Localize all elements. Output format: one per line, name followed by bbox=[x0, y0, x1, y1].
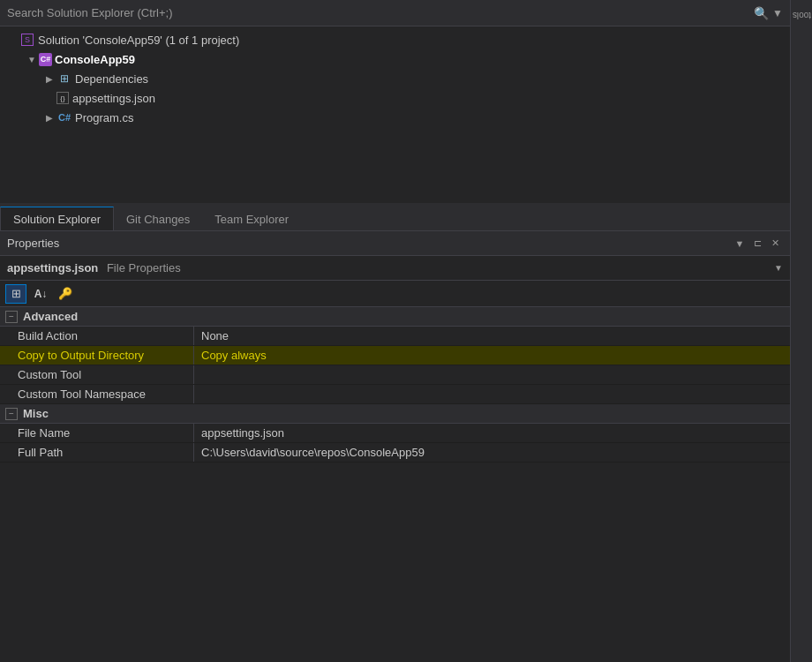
properties-panel: Properties ▼ ⊏ ✕ appsettings.json File P… bbox=[0, 231, 790, 662]
prop-name-custom-tool-ns: Custom Tool Namespace bbox=[0, 385, 194, 403]
tree-item-appsettings[interactable]: {} appsettings.json bbox=[0, 88, 790, 108]
prop-row-build-action[interactable]: Build Action None bbox=[0, 327, 790, 346]
prop-value-custom-tool bbox=[194, 365, 790, 384]
solution-label: Solution 'ConsoleApp59' (1 of 1 project) bbox=[38, 34, 239, 47]
properties-grid: − Advanced Build Action None Copy to Out… bbox=[0, 307, 790, 662]
tab-bar: Solution Explorer Git Changes Team Explo… bbox=[0, 203, 790, 231]
prop-name-file-name: File Name bbox=[0, 424, 194, 442]
prop-value-file-name: appsettings.json bbox=[194, 424, 790, 442]
expand-advanced: − bbox=[5, 311, 18, 323]
search-icons: 🔍 ▼ bbox=[754, 6, 783, 20]
expand-project[interactable] bbox=[25, 52, 39, 66]
sort-button[interactable]: A↓ bbox=[30, 284, 51, 304]
more-options-icon[interactable]: ▼ bbox=[772, 7, 783, 19]
main-panel: Search Solution Explorer (Ctrl+;) 🔍 ▼ S … bbox=[0, 0, 790, 662]
csharp-icon: C# bbox=[39, 53, 52, 66]
prop-row-custom-tool[interactable]: Custom Tool bbox=[0, 365, 790, 385]
search-bar: Search Solution Explorer (Ctrl+;) 🔍 ▼ bbox=[0, 0, 790, 26]
dock-button[interactable]: ⊏ bbox=[749, 236, 765, 252]
sort-icon: A↓ bbox=[34, 288, 48, 300]
tree-item-solution[interactable]: S Solution 'ConsoleApp59' (1 of 1 projec… bbox=[0, 30, 790, 49]
expand-misc: − bbox=[5, 408, 18, 420]
deps-icon: ⊞ bbox=[56, 71, 72, 87]
program-label: Program.cs bbox=[75, 111, 133, 124]
deps-label: Dependencies bbox=[75, 72, 148, 86]
prop-value-copy-output: Copy always bbox=[194, 346, 790, 365]
properties-key-button[interactable]: 🔑 bbox=[55, 284, 76, 304]
expand-deps[interactable] bbox=[42, 71, 56, 86]
close-button[interactable]: ✕ bbox=[767, 236, 783, 252]
prop-value-full-path: C:\Users\david\source\repos\ConsoleApp59 bbox=[194, 443, 790, 462]
properties-title: Properties bbox=[7, 237, 59, 250]
key-icon: 🔑 bbox=[58, 287, 72, 300]
prop-row-full-path[interactable]: Full Path C:\Users\david\source\repos\Co… bbox=[0, 443, 790, 463]
file-type: File Properties bbox=[107, 261, 181, 275]
prop-row-copy-output[interactable]: Copy to Output Directory Copy always bbox=[0, 346, 790, 365]
file-name: appsettings.json bbox=[7, 261, 98, 275]
advanced-label: Advanced bbox=[23, 310, 78, 323]
prop-row-file-name[interactable]: File Name appsettings.json bbox=[0, 424, 790, 443]
expand-program[interactable] bbox=[42, 110, 56, 124]
tree-item-project[interactable]: C# ConsoleApp59 bbox=[0, 49, 790, 69]
prop-value-build-action: None bbox=[194, 327, 790, 345]
project-label: ConsoleApp59 bbox=[55, 53, 135, 66]
prop-name-full-path: Full Path bbox=[0, 443, 194, 462]
json-icon: {} bbox=[56, 92, 69, 104]
prop-row-custom-tool-ns[interactable]: Custom Tool Namespace bbox=[0, 385, 790, 404]
tree-item-dependencies[interactable]: ⊞ Dependencies bbox=[0, 69, 790, 88]
pin-button[interactable]: ▼ bbox=[732, 236, 748, 252]
side-toolbar: tools bbox=[790, 0, 812, 662]
categorized-button[interactable]: ⊞ bbox=[5, 284, 26, 304]
solution-icon: S bbox=[21, 34, 34, 46]
section-misc-header[interactable]: − Misc bbox=[0, 404, 790, 424]
tab-solution-explorer[interactable]: Solution Explorer bbox=[0, 207, 114, 230]
titlebar-buttons: ▼ ⊏ ✕ bbox=[732, 236, 783, 252]
search-placeholder: Search Solution Explorer (Ctrl+;) bbox=[7, 6, 173, 19]
misc-label: Misc bbox=[23, 407, 49, 420]
properties-titlebar: Properties ▼ ⊏ ✕ bbox=[0, 231, 790, 256]
categorized-icon: ⊞ bbox=[11, 287, 21, 300]
file-info: appsettings.json File Properties bbox=[7, 261, 181, 275]
file-header: appsettings.json File Properties ▼ bbox=[0, 256, 790, 281]
prop-name-copy-output: Copy to Output Directory bbox=[0, 346, 194, 365]
cs-icon: C# bbox=[56, 109, 72, 125]
prop-name-build-action: Build Action bbox=[0, 327, 194, 345]
file-dropdown-arrow[interactable]: ▼ bbox=[774, 263, 783, 273]
prop-name-custom-tool: Custom Tool bbox=[0, 365, 194, 384]
search-icon[interactable]: 🔍 bbox=[754, 6, 769, 20]
properties-toolbar: ⊞ A↓ 🔑 bbox=[0, 281, 790, 307]
appsettings-label: appsettings.json bbox=[72, 92, 155, 105]
side-tool-icon[interactable]: tools bbox=[793, 7, 809, 23]
tab-team-explorer[interactable]: Team Explorer bbox=[202, 207, 301, 230]
tree-item-program[interactable]: C# Program.cs bbox=[0, 108, 790, 127]
section-advanced-header[interactable]: − Advanced bbox=[0, 307, 790, 327]
solution-explorer-tree: S Solution 'ConsoleApp59' (1 of 1 projec… bbox=[0, 26, 790, 203]
prop-value-custom-tool-ns bbox=[194, 385, 790, 403]
tab-git-changes[interactable]: Git Changes bbox=[114, 207, 202, 230]
